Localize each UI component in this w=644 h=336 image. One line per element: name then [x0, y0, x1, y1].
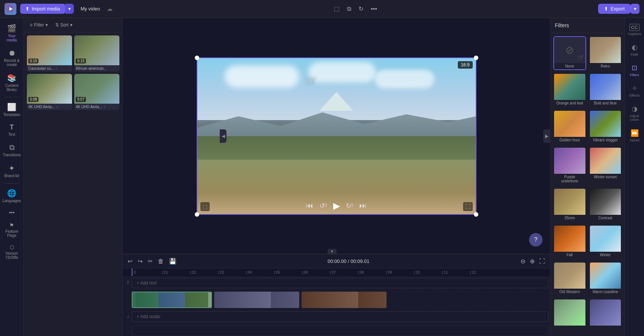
fr-item-filters[interactable]: ⊡ Filters [626, 61, 644, 80]
ruler-mark-2: |:02 [190, 270, 218, 274]
version-icon: ⬡ [10, 244, 14, 250]
filter-warm-coastline[interactable]: Warm coastline [589, 262, 622, 296]
filter-retro[interactable]: Retro [589, 36, 622, 70]
sidebar-item-record-create[interactable]: ⏺ Record & create [1, 46, 23, 70]
export-dropdown-button[interactable]: ▾ [631, 4, 640, 14]
preview-video-bg [197, 57, 476, 215]
help-button[interactable]: ? [529, 233, 543, 246]
fr-item-fade[interactable]: ◐ Fade [626, 40, 644, 59]
filter-orange-teal[interactable]: Orange and teal [553, 73, 586, 107]
ruler-mark-1: |:01 [162, 270, 190, 274]
export-button[interactable]: ⬆ Export [598, 4, 631, 14]
filter-extra1-thumb [554, 299, 585, 326]
sidebar-item-languages[interactable]: 🌐 Languages [1, 186, 23, 206]
media-panel: ≡ Filter ▾ ⇅ Sort ▾ 0:15 Caucasian co...… [24, 18, 123, 336]
filter-winter-thumb [590, 226, 621, 252]
filter-contrast[interactable]: Contrast [589, 188, 622, 222]
add-text-button[interactable]: + Add text [132, 278, 548, 288]
media-thumb-1[interactable]: 0:15 Caucasian co... ✓ [27, 35, 72, 72]
pip-icon-btn[interactable]: ⧉ [345, 4, 353, 14]
filter-extra-1[interactable] [553, 299, 586, 329]
filter-35mm[interactable]: 35mm [553, 188, 586, 222]
sidebar-label-templates: Templates [3, 113, 21, 117]
sidebar-label-transitions: Transitions [3, 153, 21, 157]
filter-vibrant-label: Vibrant vlogger [590, 137, 621, 143]
rewind-button[interactable]: ↺5 [319, 202, 327, 210]
sidebar-item-your-media[interactable]: 🎬 Your media [1, 21, 23, 45]
filter-button[interactable]: ≡ Filter ▾ [28, 21, 50, 29]
undo-button[interactable]: ↩ [126, 257, 134, 266]
delete-button[interactable]: 🗑 [157, 257, 165, 266]
filter-old-western[interactable]: Old Western [553, 262, 586, 296]
crop-icon-btn[interactable]: ⬚ [332, 4, 342, 14]
sidebar-item-text[interactable]: T Text [1, 120, 23, 139]
media-thumb-2[interactable]: 0:15 African american... [74, 35, 119, 72]
zoom-in-button[interactable]: ⊕ [529, 257, 536, 266]
sidebar-label-brand-kit: Brand kit [4, 174, 19, 178]
rotate-icon-btn[interactable]: ↻ [356, 4, 366, 14]
add-audio-button[interactable]: + Add audio [132, 311, 548, 322]
video-clip-1[interactable] [132, 292, 212, 308]
fr-item-adjust-colors[interactable]: ◑ Adjust colors [626, 102, 644, 125]
more-options-btn[interactable]: ••• [369, 4, 379, 14]
filter-winter-sunset[interactable]: Winter sunset [589, 147, 622, 185]
fr-item-effects[interactable]: ✧ Effects [626, 81, 644, 100]
go-to-end-button[interactable]: ⏭ [359, 201, 367, 210]
collapse-down-button[interactable]: ▾ [328, 249, 337, 254]
go-to-start-button[interactable]: ⏮ [306, 201, 313, 210]
play-pause-button[interactable]: ▶ [333, 201, 340, 211]
sidebar-label-text: Text [8, 132, 15, 136]
sidebar-item-version[interactable]: ⬡ Version 73c5f8c [1, 241, 23, 263]
zoom-out-button[interactable]: ⊖ [519, 257, 526, 266]
fit-to-window-button[interactable]: ⛶ [538, 257, 546, 266]
ruler-mark-11: |:11 [442, 270, 470, 274]
video-clip-2[interactable] [214, 292, 299, 308]
filter-cursor: ☞ [576, 52, 585, 63]
filter-winter[interactable]: Winter [589, 225, 622, 259]
sidebar-item-more[interactable]: ••• [1, 207, 23, 219]
sidebar-item-content-library[interactable]: 📚 Content library [1, 70, 23, 95]
main-layout: 🎬 Your media ⏺ Record & create 📚 Content… [0, 18, 644, 336]
sidebar-item-templates[interactable]: ⬜ Templates [1, 100, 23, 120]
effects-icon: ✧ [632, 84, 637, 92]
fade-icon: ◐ [632, 43, 638, 51]
fr-item-speed[interactable]: ⏩ Speed [626, 126, 644, 145]
thumb-check-1: ✓ [55, 66, 58, 70]
subtitle-button[interactable]: ⬚ [200, 202, 210, 211]
sidebar-item-feature-flags[interactable]: ⚑ Feature Flags [1, 219, 23, 241]
filter-none[interactable]: ⊘ ☞ None [553, 36, 586, 70]
media-thumb-3[interactable]: 0:08 4K UHD Aeria... ✓ [27, 74, 72, 110]
filter-bold-blue[interactable]: Bold and blue [589, 73, 622, 107]
thumb-duration-2: 0:15 [76, 59, 86, 63]
preview-toolbar: ⬚ ⧉ ↻ ••• [332, 4, 379, 14]
import-dropdown-button[interactable]: ▾ [65, 4, 74, 14]
filter-golden-hour[interactable]: Golden hour [553, 110, 586, 144]
cut-button[interactable]: ✂ [147, 257, 154, 266]
video-title-input[interactable]: My video [78, 4, 103, 13]
import-media-button[interactable]: ⬆ Import media [20, 4, 65, 14]
fr-item-captions[interactable]: CC Captions [626, 21, 644, 39]
filter-fall[interactable]: Fall [553, 225, 586, 259]
clip-1-right-handle[interactable] [208, 292, 211, 307]
sidebar-item-brand-kit[interactable]: ✦ Brand kit [1, 161, 23, 181]
timeline-toolbar: ↩ ↪ ✂ 🗑 💾 00:00.00 / 00:09.01 ⊖ ⊕ ⛶ [123, 254, 550, 269]
filter-vibrant-vlogger[interactable]: Vibrant vlogger [589, 110, 622, 144]
save-button[interactable]: 💾 [168, 257, 178, 266]
video-clip-3[interactable] [301, 292, 387, 308]
collapse-right-button[interactable]: ▶ [543, 129, 550, 143]
ruler-mark-0: 0 [134, 270, 162, 274]
sidebar-label-feature-flags: Feature Flags [3, 229, 21, 238]
media-thumb-4[interactable]: 0:07 4K UHD Aeria... ✓ [74, 74, 119, 110]
clip-3-filmstrip [301, 292, 387, 308]
video-preview: 16:9 ☞ ⏮ ↺5 ▶ ↻5 ⏭ ⬚ ⛶ [197, 57, 476, 215]
extra-track-content [132, 326, 548, 336]
sidebar-item-transitions[interactable]: ⧉ Transitions [1, 140, 23, 160]
filter-extra-2[interactable] [589, 299, 622, 329]
forward-button[interactable]: ↻5 [346, 202, 354, 210]
redo-button[interactable]: ↪ [137, 257, 144, 266]
filter-purple-undertone[interactable]: Purple undertone [553, 147, 586, 185]
filter-warm-coast-thumb [590, 263, 621, 289]
collapse-panel-button[interactable]: ◀ [220, 129, 226, 143]
fullscreen-button[interactable]: ⛶ [463, 202, 473, 211]
sort-button[interactable]: ⇅ Sort ▾ [53, 21, 75, 29]
